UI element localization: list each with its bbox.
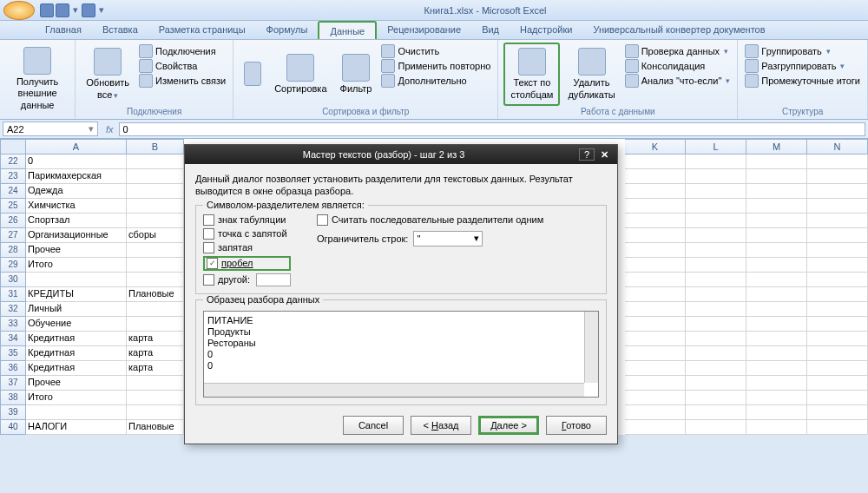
semicolon-checkbox-row[interactable]: точка с запятой (203, 228, 291, 240)
col-header[interactable]: N (807, 139, 868, 154)
cell[interactable] (686, 317, 746, 332)
cell[interactable] (746, 199, 807, 214)
cell[interactable]: НАЛОГИ (26, 420, 127, 435)
cell[interactable] (746, 420, 807, 435)
cell[interactable] (625, 228, 686, 243)
consecutive-checkbox-row[interactable]: Считать последовательные разделители одн… (317, 214, 599, 226)
next-button[interactable]: Далее > (478, 416, 539, 435)
row-header[interactable]: 34 (0, 332, 26, 346)
cell[interactable] (746, 317, 807, 332)
advanced-button[interactable]: Дополнительно (379, 74, 492, 88)
cell[interactable] (746, 332, 807, 346)
cell[interactable] (746, 287, 807, 302)
get-external-data-button[interactable]: Получить внешние данные (5, 43, 69, 115)
col-header[interactable]: L (686, 139, 746, 154)
cell[interactable] (127, 317, 184, 332)
cell[interactable] (127, 376, 184, 391)
name-box[interactable]: A22▾ (3, 122, 98, 136)
properties-button[interactable]: Свойства (137, 59, 227, 73)
cell[interactable] (127, 169, 184, 184)
row-header[interactable]: 40 (0, 420, 26, 435)
cell[interactable] (625, 302, 686, 317)
connections-button[interactable]: Подключения (137, 44, 227, 58)
cell[interactable] (127, 184, 184, 199)
cell[interactable] (127, 243, 184, 258)
cell[interactable] (625, 184, 686, 199)
group-button[interactable]: Группировать (743, 44, 862, 58)
space-checkbox-row[interactable]: пробел (203, 256, 291, 271)
cell[interactable] (746, 302, 807, 317)
cell[interactable] (807, 258, 868, 273)
row-header[interactable]: 36 (0, 361, 26, 376)
cell[interactable] (686, 273, 746, 287)
cell[interactable] (127, 154, 184, 169)
office-button[interactable] (3, 1, 35, 20)
cell[interactable] (746, 258, 807, 273)
col-header[interactable]: B (127, 139, 184, 154)
cell[interactable] (127, 405, 184, 420)
other-checkbox-row[interactable]: другой: (203, 273, 291, 286)
cell[interactable] (686, 391, 746, 405)
refresh-all-button[interactable]: Обновить все (81, 43, 135, 106)
cell[interactable] (625, 317, 686, 332)
cell[interactable] (26, 273, 127, 287)
cell[interactable] (807, 228, 868, 243)
dialog-titlebar[interactable]: Мастер текстов (разбор) - шаг 2 из 3 ? ✕ (185, 145, 617, 164)
cell[interactable] (625, 199, 686, 214)
cell[interactable] (807, 332, 868, 346)
cell[interactable] (625, 214, 686, 228)
row-header[interactable]: 32 (0, 302, 26, 317)
filter-button[interactable]: Фильтр (335, 43, 378, 106)
row-header[interactable]: 37 (0, 376, 26, 391)
reapply-button[interactable]: Применить повторно (379, 59, 492, 73)
cell[interactable] (686, 169, 746, 184)
cell[interactable] (625, 405, 686, 420)
cell[interactable]: Итого (26, 391, 127, 405)
cell[interactable] (807, 184, 868, 199)
cell[interactable]: Прочее (26, 243, 127, 258)
cell[interactable] (807, 361, 868, 376)
col-header[interactable]: K (625, 139, 686, 154)
row-header[interactable]: 22 (0, 154, 26, 169)
tab-data[interactable]: Данные (318, 21, 377, 39)
horizontal-scrollbar[interactable] (204, 383, 584, 397)
cell[interactable] (625, 273, 686, 287)
row-header[interactable]: 30 (0, 273, 26, 287)
remove-duplicates-button[interactable]: Удалить дубликаты (562, 43, 620, 106)
cell[interactable] (686, 420, 746, 435)
cell[interactable] (686, 346, 746, 361)
tab-insert[interactable]: Вставка (92, 21, 148, 39)
col-header[interactable]: A (26, 139, 127, 154)
cell[interactable] (807, 302, 868, 317)
cell[interactable] (746, 405, 807, 420)
cell[interactable] (807, 214, 868, 228)
cell[interactable] (686, 199, 746, 214)
back-button[interactable]: < Назад (411, 416, 471, 435)
close-button[interactable]: ✕ (595, 149, 614, 161)
redo-icon[interactable] (82, 3, 95, 17)
row-header[interactable]: 25 (0, 199, 26, 214)
cell[interactable] (127, 302, 184, 317)
cell[interactable] (746, 169, 807, 184)
cell[interactable] (686, 214, 746, 228)
cell[interactable] (625, 346, 686, 361)
tab-page-layout[interactable]: Разметка страницы (148, 21, 256, 39)
row-header[interactable]: 27 (0, 228, 26, 243)
cell[interactable]: Плановые (127, 287, 184, 302)
tab-review[interactable]: Рецензирование (377, 21, 471, 39)
cell[interactable] (686, 361, 746, 376)
cell[interactable]: Химчистка (26, 199, 127, 214)
row-header[interactable]: 24 (0, 184, 26, 199)
undo-dropdown-icon[interactable]: ▾ (71, 3, 80, 17)
cell[interactable]: Спортзал (26, 214, 127, 228)
cell[interactable] (686, 258, 746, 273)
undo-icon[interactable] (56, 3, 69, 17)
row-header[interactable]: 23 (0, 169, 26, 184)
select-all-button[interactable] (0, 139, 26, 154)
cell[interactable] (625, 420, 686, 435)
cell[interactable] (807, 391, 868, 405)
comma-checkbox-row[interactable]: запятая (203, 242, 291, 253)
cell[interactable] (807, 346, 868, 361)
tab-checkbox-row[interactable]: знак табуляции (203, 214, 291, 226)
cell[interactable] (807, 154, 868, 169)
